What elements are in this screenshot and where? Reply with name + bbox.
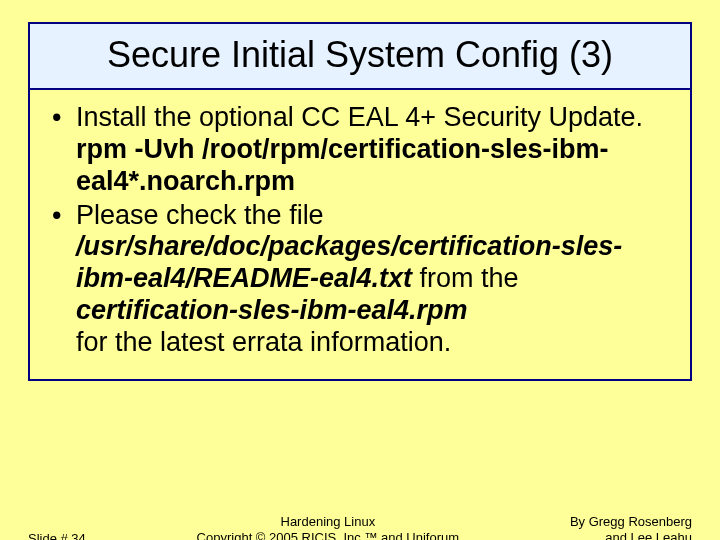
bullet-list: Install the optional CC EAL 4+ Security … xyxy=(48,102,672,359)
bullet-item: Install the optional CC EAL 4+ Security … xyxy=(48,102,672,198)
body-box: Install the optional CC EAL 4+ Security … xyxy=(28,90,692,381)
title-box: Secure Initial System Config (3) xyxy=(28,22,692,90)
bullet-pkg: certification-sles-ibm-eal4.rpm xyxy=(76,295,468,325)
bullet-outro: for the latest errata information. xyxy=(76,327,451,357)
footer-right-line2: and Lee Leahu xyxy=(605,530,692,540)
footer: Slide # 34 Hardening Linux Copyright © 2… xyxy=(0,514,720,541)
footer-center: Hardening Linux Copyright © 2005 RICIS, … xyxy=(86,514,570,541)
slide-title: Secure Initial System Config (3) xyxy=(38,34,682,76)
bullet-intro: Install the optional CC EAL 4+ Security … xyxy=(76,102,643,132)
footer-center-line2: Copyright © 2005 RICIS, Inc.™ and Unifor… xyxy=(197,530,459,540)
footer-center-line1: Hardening Linux xyxy=(281,514,376,529)
footer-author: By Gregg Rosenberg and Lee Leahu xyxy=(570,514,692,541)
bullet-item: Please check the file /usr/share/doc/pac… xyxy=(48,200,672,359)
slide: Secure Initial System Config (3) Install… xyxy=(0,22,720,540)
bullet-path: /usr/share/doc/packages/certification-sl… xyxy=(76,231,622,293)
footer-right-line1: By Gregg Rosenberg xyxy=(570,514,692,529)
bullet-mid: from the xyxy=(412,263,519,293)
footer-slide-number: Slide # 34 xyxy=(28,531,86,540)
bullet-command: rpm -Uvh /root/rpm/certification-sles-ib… xyxy=(76,134,609,196)
bullet-intro: Please check the file xyxy=(76,200,324,230)
